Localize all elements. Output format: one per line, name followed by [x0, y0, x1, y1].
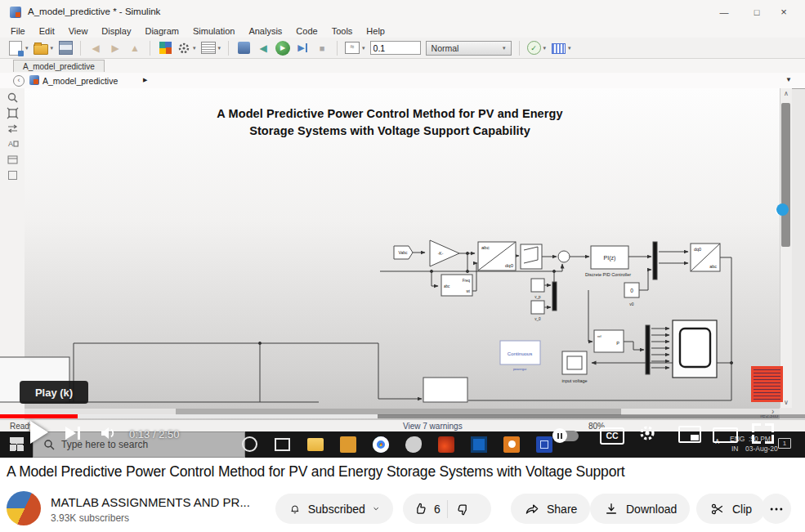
- status-warnings-link: View 7 warnings: [403, 422, 463, 431]
- model-settings-icon: [201, 41, 216, 56]
- captions-button[interactable]: CC: [600, 427, 624, 445]
- theater-mode-button[interactable]: [713, 427, 738, 443]
- like-count: 6: [434, 503, 441, 516]
- fullscreen-corner-icon: [765, 435, 774, 444]
- library-browser-icon: [158, 41, 172, 56]
- signal-arrows-icon: [7, 123, 19, 135]
- model-tab: A_model_predictive: [13, 60, 105, 72]
- maximize-button: □: [745, 3, 768, 21]
- miniplayer-button[interactable]: [678, 426, 701, 443]
- subscribed-button[interactable]: Subscribed: [275, 494, 393, 524]
- minimize-button: —: [713, 3, 736, 21]
- breadcrumb-back-icon: ‹: [13, 75, 25, 87]
- menu-analysis: Analysis: [248, 26, 282, 36]
- annotation-icon: A: [7, 138, 19, 150]
- clip-label: Clip: [732, 503, 752, 516]
- menu-simulation: Simulation: [193, 26, 235, 36]
- download-button[interactable]: Download: [590, 494, 690, 524]
- next-button-bar: [78, 427, 80, 440]
- play-tooltip: Play (k): [20, 381, 88, 404]
- step-forward-icon: ▶: [295, 41, 310, 56]
- download-label: Download: [626, 503, 677, 516]
- photos-icon: [471, 436, 487, 453]
- scissors-icon: [709, 501, 726, 517]
- notification-badge: 1: [778, 438, 791, 449]
- viewmarks-icon: [7, 373, 19, 385]
- next-button[interactable]: [65, 427, 76, 440]
- new-model-caret-icon: ▾: [25, 45, 29, 51]
- channel-avatar[interactable]: [7, 491, 41, 525]
- menu-view: View: [69, 26, 88, 36]
- svg-text:A: A: [8, 140, 13, 148]
- play-button[interactable]: [30, 421, 48, 444]
- simulink-taskbar-icon: [536, 436, 552, 453]
- area-icon: [7, 169, 19, 181]
- chevron-down-icon: [372, 503, 380, 514]
- window-title: A_model_predictive * - Simulink: [28, 7, 160, 16]
- data-inspector-caret-icon: ▾: [568, 45, 571, 51]
- autoplay-toggle[interactable]: [554, 431, 579, 441]
- update-check-caret-icon: ▾: [543, 45, 547, 51]
- model-advisor-icon: [236, 41, 251, 56]
- stop-time-input: [370, 41, 421, 55]
- breadcrumb-bar: ‹ A_model_predictive ▶ ▼: [0, 73, 805, 89]
- start-button-icon: [10, 437, 24, 451]
- like-dislike-group: 6: [403, 494, 491, 524]
- menubar: File Edit View Display Diagram Simulatio…: [0, 25, 805, 38]
- update-check-icon: ✓: [527, 41, 541, 55]
- volume-icon[interactable]: [100, 426, 119, 440]
- fullscreen-corner-icon: [765, 423, 774, 432]
- navigate-forward-icon: ▶: [108, 41, 123, 56]
- model-tabbar: A_model_predictive: [0, 59, 805, 73]
- annotation-note: [751, 366, 783, 402]
- time-display: 0:13 / 2:50: [129, 428, 179, 440]
- toolbar-separator: [519, 41, 520, 56]
- open-model-icon: [34, 41, 48, 56]
- vertical-scrollbar: ∧ ∨: [780, 88, 792, 408]
- share-icon: [524, 501, 540, 517]
- canvas-title: A Model Predictive Power Control Method …: [145, 105, 635, 140]
- pill-divider: [447, 500, 448, 518]
- video-progress-bar[interactable]: [0, 414, 805, 418]
- menu-code: Code: [296, 26, 317, 36]
- menu-display: Display: [101, 26, 131, 36]
- toolbar-separator: [150, 41, 150, 56]
- scope-caret-icon: ▾: [362, 45, 365, 51]
- stop-icon: ■: [315, 41, 329, 56]
- navigate-back-icon: ◀: [88, 41, 103, 56]
- tray-date: 03-Aug-20: [745, 445, 778, 453]
- video-player[interactable]: A_model_predictive * - Simulink — □ × Fi…: [0, 0, 805, 458]
- task-view-icon: [275, 438, 290, 451]
- clip-button[interactable]: Clip: [696, 494, 765, 524]
- breadcrumb: A_model_predictive: [42, 76, 118, 86]
- download-icon: [603, 501, 619, 517]
- scope-icon: ≈: [345, 41, 360, 56]
- close-button: ×: [772, 3, 795, 21]
- menu-help: Help: [366, 26, 385, 36]
- canvas-title-line2: Storage Systems with Voltage Support Cap…: [145, 123, 635, 140]
- breadcrumb-dropdown-icon: ▼: [785, 76, 792, 83]
- matlab-icon: [438, 436, 454, 453]
- scroll-up-icon: ∧: [780, 90, 792, 97]
- palette-sidebar: A »: [0, 88, 25, 419]
- channel-name[interactable]: MATLAB ASSIGNMENTS AND PR...: [51, 495, 250, 509]
- channel-subscribers: 3.93K subscribers: [51, 512, 129, 524]
- fullscreen-corner-icon: [752, 435, 761, 444]
- toolbar: ▾ ▾ ◀ ▶ ▲ ▾ ▾ ◀ ▶ ▶ ■ ≈ ▾ Normal ▾ ✓ ▾ ▾: [0, 38, 805, 59]
- save-model-icon: [58, 41, 73, 56]
- share-button[interactable]: Share: [511, 494, 590, 524]
- thumbs-up-icon[interactable]: [413, 501, 429, 517]
- page-title: A Model Predictive Power Control Method …: [7, 463, 791, 481]
- chrome-icon: [373, 436, 389, 453]
- settings-gear-icon[interactable]: [638, 424, 656, 442]
- simulation-mode-caret-icon: ▾: [503, 45, 506, 51]
- thumbs-down-icon[interactable]: [454, 501, 471, 517]
- sticky-notes-icon: [340, 436, 356, 453]
- menu-diagram: Diagram: [145, 26, 179, 36]
- fullscreen-button[interactable]: [752, 423, 761, 432]
- fit-to-view-icon: [7, 107, 19, 119]
- menu-edit: Edit: [39, 26, 55, 36]
- camera-icon: [7, 357, 19, 369]
- more-actions-button[interactable]: [761, 494, 791, 524]
- breadcrumb-arrow-icon: ▶: [143, 77, 147, 83]
